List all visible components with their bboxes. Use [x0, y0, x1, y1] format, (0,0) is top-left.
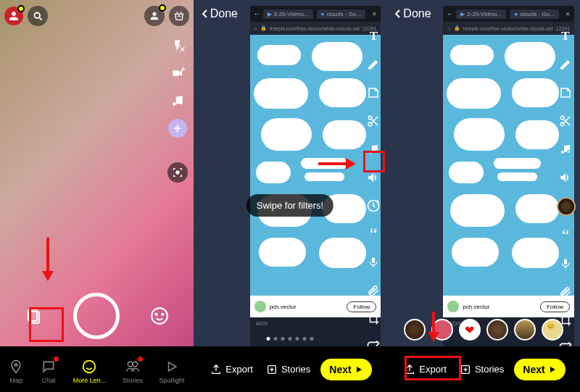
- flash-icon[interactable]: ✕: [168, 36, 187, 55]
- crop-icon[interactable]: [557, 312, 574, 329]
- highlight-box: [29, 307, 64, 342]
- music-icon[interactable]: [168, 91, 187, 110]
- add-friend-button[interactable]: [144, 6, 165, 26]
- ads-label: ADS: [250, 317, 381, 330]
- attach-icon[interactable]: [365, 282, 382, 299]
- svg-point-24: [15, 363, 17, 365]
- profile-avatar[interactable]: [4, 7, 23, 25]
- nav-spotlight[interactable]: Spotlight: [160, 359, 185, 384]
- author-name[interactable]: pch.vector: [270, 304, 297, 310]
- clouds-image: [250, 35, 381, 296]
- clouds-image: [443, 35, 574, 296]
- browser-tab[interactable]: ●clouds - Go...: [317, 9, 365, 19]
- svg-rect-2: [173, 70, 179, 76]
- done-button[interactable]: Done: [201, 7, 238, 20]
- svg-rect-23: [564, 259, 567, 264]
- camera-screen: ✕ + +: [0, 0, 194, 346]
- flip-camera-button[interactable]: [169, 6, 189, 26]
- highlight-box: [405, 356, 461, 380]
- sticker-icon[interactable]: [365, 84, 382, 101]
- timer-icon[interactable]: [365, 197, 382, 214]
- loop-icon[interactable]: [365, 338, 382, 346]
- browser-tab[interactable]: ▶2-20-Vidmo...: [263, 9, 313, 19]
- nav-stories[interactable]: Stories: [123, 359, 143, 384]
- browser-tab[interactable]: ●clouds - Go...: [510, 9, 558, 19]
- browser-content: ← ▶2-20-Vidmo... ●clouds - Go... ✕ ⌂🔒fre…: [250, 6, 381, 346]
- mic-icon[interactable]: [557, 255, 574, 272]
- nav-map[interactable]: Map: [8, 359, 24, 384]
- svg-marker-28: [169, 362, 177, 371]
- page-dots: [267, 337, 314, 341]
- video-icon[interactable]: +: [168, 64, 187, 83]
- nav-chat[interactable]: Chat: [41, 359, 57, 384]
- svg-point-9: [156, 314, 157, 315]
- svg-line-1: [39, 17, 41, 20]
- text-icon[interactable]: T: [557, 28, 574, 45]
- done-button[interactable]: Done: [394, 7, 431, 20]
- draw-icon[interactable]: [557, 56, 574, 73]
- svg-point-27: [133, 362, 138, 367]
- svg-marker-32: [357, 367, 362, 372]
- svg-point-26: [128, 362, 133, 367]
- bottom-bar: Map Chat More Len... Stories Spotlight E…: [0, 346, 580, 392]
- loop-icon[interactable]: [557, 340, 574, 346]
- edit-screen-export: Done ← ▶2-20-Vidmo... ●clouds - Go... ✕ …: [386, 0, 580, 346]
- mic-icon[interactable]: [365, 254, 382, 271]
- tutorial-arrow-right: [318, 157, 356, 171]
- sound-icon[interactable]: [557, 169, 574, 186]
- browser-content: ← ▶2-20-Vidmo... ●clouds - Go... ✕ ⌂🔒fre…: [443, 6, 574, 346]
- emoji-button[interactable]: [147, 304, 172, 328]
- export-button[interactable]: Export: [207, 359, 256, 380]
- tutorial-arrow-down: [426, 312, 441, 342]
- filter-preview-eye[interactable]: [557, 197, 576, 216]
- author-avatar[interactable]: [447, 301, 459, 312]
- notification-dot: [17, 5, 25, 12]
- scissors-icon[interactable]: [557, 112, 574, 130]
- svg-marker-5: [42, 271, 54, 281]
- link-icon[interactable]: “: [557, 227, 574, 244]
- draw-icon[interactable]: [365, 56, 382, 73]
- edit-screen-filters: Done ← ▶2-20-Vidmo... ●clouds - Go... ✕ …: [194, 0, 387, 346]
- svg-marker-34: [428, 332, 439, 342]
- music-icon[interactable]: [557, 141, 574, 158]
- author-avatar[interactable]: [254, 301, 266, 312]
- svg-point-25: [83, 360, 96, 372]
- crop-icon[interactable]: [365, 310, 382, 328]
- capture-button[interactable]: [73, 293, 120, 339]
- search-button[interactable]: [28, 6, 48, 26]
- author-name[interactable]: pch.vector: [463, 304, 489, 310]
- next-button[interactable]: Next: [514, 359, 565, 380]
- nav-lenses[interactable]: More Len...: [73, 359, 107, 384]
- svg-rect-16: [372, 257, 375, 263]
- svg-point-10: [162, 314, 164, 315]
- scan-button[interactable]: [167, 162, 188, 183]
- swipe-toast: Swipe for filters!: [246, 194, 334, 217]
- tutorial-arrow-down: [41, 238, 55, 281]
- notification-dot: [159, 4, 166, 12]
- sticker-icon[interactable]: [557, 84, 574, 101]
- svg-marker-18: [346, 158, 356, 170]
- svg-marker-38: [550, 367, 555, 372]
- highlight-box: [363, 151, 385, 172]
- svg-point-8: [152, 308, 167, 324]
- text-icon[interactable]: T: [365, 28, 382, 45]
- stories-button[interactable]: Stories: [457, 359, 507, 380]
- scissors-icon[interactable]: [365, 112, 382, 130]
- add-button[interactable]: +: [168, 119, 187, 138]
- stories-button[interactable]: Stories: [263, 359, 313, 380]
- svg-point-3: [176, 171, 179, 174]
- svg-point-0: [34, 12, 40, 18]
- browser-tab[interactable]: ▶2-20-Vidmo...: [456, 9, 506, 19]
- next-button[interactable]: Next: [320, 359, 371, 380]
- link-icon[interactable]: “: [365, 225, 382, 243]
- attach-icon[interactable]: [557, 283, 574, 301]
